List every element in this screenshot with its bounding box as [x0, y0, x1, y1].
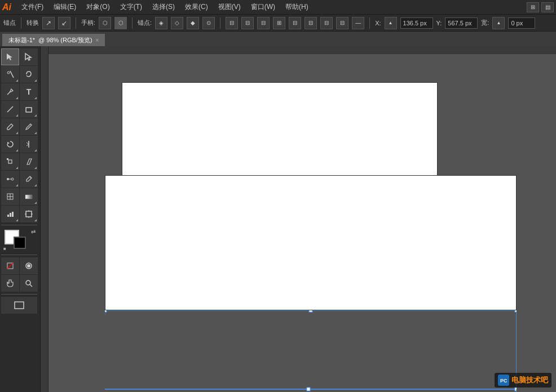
svg-rect-40	[307, 387, 310, 391]
canvas-content	[48, 54, 556, 392]
anchor-btn-4[interactable]: ⊙	[202, 17, 215, 29]
anchor-btn-3[interactable]: ◆	[187, 17, 199, 29]
tool-row-1	[1, 48, 39, 65]
menu-select[interactable]: 选择(S)	[148, 1, 179, 13]
tool-row-bottom-1	[1, 257, 39, 274]
x-up-btn[interactable]: ▲	[385, 17, 397, 29]
tool-hand[interactable]	[1, 275, 19, 292]
tool-graph[interactable]	[1, 206, 19, 222]
sep4	[220, 17, 220, 29]
menu-window[interactable]: 窗口(W)	[246, 1, 280, 13]
watermark: PC 电脑技术吧	[495, 373, 551, 387]
svg-point-8	[7, 178, 9, 180]
align-btn-5[interactable]: ⊟	[289, 17, 301, 29]
tool-gradient[interactable]	[20, 188, 38, 205]
swap-colors[interactable]: ⇄	[31, 229, 36, 235]
anchor-btn-2[interactable]: ◇	[171, 17, 183, 29]
svg-rect-18	[12, 212, 14, 217]
align-btn-1[interactable]: ⊟	[226, 17, 238, 29]
tool-row-2	[1, 66, 39, 83]
tool-artboard[interactable]	[20, 206, 38, 222]
tool-pencil[interactable]	[20, 118, 38, 135]
tool-row-5	[1, 118, 39, 135]
menu-bar: Ai 文件(F) 编辑(E) 对象(O) 文字(T) 选择(S) 效果(C) 视…	[0, 0, 556, 15]
transform-tool-2[interactable]: ↙	[58, 17, 70, 29]
transform-tool-1[interactable]: ↗	[42, 17, 55, 29]
tool-rect[interactable]	[20, 101, 38, 118]
menu-object[interactable]: 对象(O)	[82, 1, 114, 13]
menu-effect[interactable]: 效果(C)	[180, 1, 213, 13]
tool-artboard-nav[interactable]	[1, 297, 37, 314]
tool-separator-3	[1, 294, 37, 295]
tool-separator-2	[1, 255, 37, 255]
x-input[interactable]	[400, 17, 433, 29]
handle-btn-2[interactable]: ⬡	[114, 17, 127, 29]
handle-btn-1[interactable]: ⬡	[99, 17, 111, 29]
tool-type[interactable]: T	[20, 83, 38, 100]
tool-line[interactable]	[1, 101, 19, 118]
x-coord-group: ▲	[385, 17, 397, 29]
svg-rect-36	[105, 310, 107, 312]
menu-help[interactable]: 帮助(H)	[281, 1, 313, 13]
align-btn-8[interactable]: ⊟	[336, 17, 348, 29]
tool-pen[interactable]	[1, 83, 19, 100]
sep2	[76, 17, 76, 29]
anchor-btn-1[interactable]: ◈	[155, 17, 167, 29]
svg-marker-4	[7, 142, 10, 144]
tool-mesh[interactable]	[1, 188, 19, 205]
y-input[interactable]	[445, 17, 478, 29]
align-btn-7[interactable]: ⊟	[320, 17, 333, 29]
align-btn-6[interactable]: ⊟	[305, 17, 317, 29]
svg-rect-3	[26, 108, 32, 112]
tool-color-mode[interactable]	[20, 257, 38, 274]
svg-rect-6	[8, 160, 12, 163]
y-label: Y:	[436, 20, 442, 26]
svg-rect-38	[515, 310, 517, 312]
tab-close-button[interactable]: ×	[96, 37, 99, 43]
tool-direct-select[interactable]	[20, 48, 38, 65]
transform-label: 转换	[27, 19, 39, 27]
tool-rotate[interactable]	[1, 136, 19, 153]
svg-text:PC: PC	[500, 378, 508, 384]
tool-zoom[interactable]	[20, 275, 38, 292]
menu-text[interactable]: 文字(T)	[116, 1, 147, 13]
align-btn-2[interactable]: ⊟	[241, 17, 254, 29]
tool-blend[interactable]	[1, 171, 19, 188]
tool-select[interactable]	[1, 48, 19, 65]
menu-right-controls: ⊞ ▤	[527, 2, 554, 12]
app-logo: Ai	[2, 2, 11, 12]
document-tab[interactable]: 未标题-1* @ 98% (RGB/预览) ×	[2, 34, 105, 46]
tool-reflect[interactable]	[20, 136, 38, 153]
width-up-btn[interactable]: ▲	[492, 17, 505, 29]
tool-paintbrush[interactable]	[1, 118, 19, 135]
background-color[interactable]	[14, 237, 26, 249]
menu-edit[interactable]: 编辑(E)	[49, 1, 81, 13]
reset-colors[interactable]: ■	[3, 246, 6, 251]
tool-row-bottom-2	[1, 275, 39, 292]
menu-view[interactable]: 视图(V)	[214, 1, 245, 13]
layout-icon[interactable]: ▤	[541, 2, 554, 12]
tool-scale[interactable]	[1, 153, 19, 170]
width-label: 宽:	[481, 19, 489, 27]
svg-line-2	[7, 106, 13, 112]
tool-lasso[interactable]	[20, 66, 38, 83]
sep1	[21, 17, 21, 29]
align-btn-4[interactable]: ⊞	[273, 17, 285, 29]
tool-eyedropper[interactable]	[20, 171, 38, 188]
tool-row-3: T	[1, 83, 39, 100]
tool-none[interactable]	[1, 257, 19, 274]
ruler-top	[48, 46, 556, 54]
color-wells: ⇄ ■	[1, 228, 39, 252]
tab-subtitle: @ 98% (RGB/预览)	[38, 36, 92, 44]
menu-file[interactable]: 文件(F)	[17, 1, 48, 13]
svg-rect-16	[7, 215, 9, 217]
tool-magic-wand[interactable]	[1, 66, 19, 83]
workspace-icon[interactable]: ⊞	[527, 2, 539, 12]
width-input[interactable]	[508, 17, 535, 29]
svg-point-9	[11, 178, 14, 180]
sep5	[369, 17, 370, 29]
options-bar: 锚点 转换 ↗ ↙ 手柄: ⬡ ⬡ 锚点: ◈ ◇ ◆ ⊙ ⊟ ⊟ ⊟ ⊞ ⊟ …	[0, 15, 556, 32]
align-btn-3[interactable]: ⊟	[257, 17, 270, 29]
align-btn-9[interactable]: —	[352, 17, 364, 29]
tool-shear[interactable]	[20, 153, 38, 170]
